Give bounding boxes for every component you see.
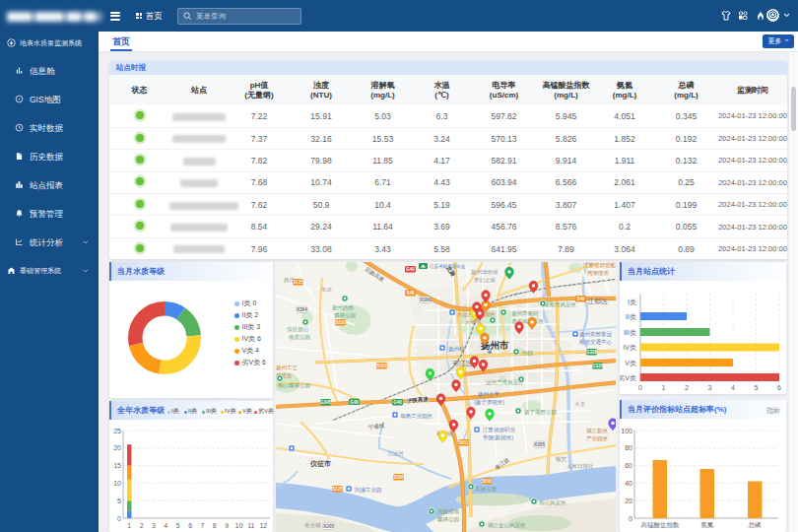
svg-text:江苏旅游职业: 江苏旅游职业 [483,427,516,433]
svg-text:12: 12 [259,522,267,529]
svg-text:世业镇: 世业镇 [304,522,321,528]
svg-text:4: 4 [164,522,167,529]
svg-text:高锰酸盐指数: 高锰酸盐指数 [641,521,681,529]
svg-text:梦幻之城: 梦幻之城 [474,277,497,284]
svg-text:II类: II类 [626,313,636,320]
svg-text:铜山森林公园: 铜山森林公园 [278,382,310,389]
svg-text:华腾工业园区: 华腾工业园区 [400,413,433,420]
svg-text:S353: S353 [376,364,387,368]
svg-text:学院(新校区): 学院(新校区) [483,434,513,441]
svg-text:25: 25 [113,428,121,434]
svg-text:60: 60 [625,462,632,469]
svg-text:X304: X304 [297,307,307,312]
svg-text:X205: X205 [534,442,545,447]
svg-text:扬州市蜀冈: 扬州市蜀冈 [511,310,539,317]
svg-text:氨氮: 氨氮 [701,521,715,528]
svg-text:扬州工艺: 扬州工艺 [276,365,299,371]
svg-text:X205: X205 [323,524,334,529]
svg-text:III类: III类 [624,329,636,336]
svg-text:0: 0 [629,515,632,522]
svg-text:G345: G345 [320,400,332,405]
svg-text:地质公园: 地质公园 [288,334,310,341]
svg-text:西庄: 西庄 [284,277,296,284]
svg-text:总磷: 总磷 [748,521,763,528]
svg-text:10: 10 [235,522,243,529]
svg-text:枢纽交通中心: 枢纽交通中心 [579,338,613,345]
svg-text:3: 3 [708,384,712,391]
svg-text:G40: G40 [350,400,359,405]
svg-text:S49: S49 [576,297,585,301]
svg-text:扬州华侨城: 扬州华侨城 [471,269,499,276]
svg-text:江苏省邵伯船: 江苏省邵伯船 [583,262,616,269]
svg-text:江都区: 江都区 [587,298,608,305]
svg-text:大才: 大才 [574,401,586,407]
svg-text:2: 2 [685,384,689,391]
svg-text:扬州站: 扬州站 [448,346,465,353]
svg-text:森林公园: 森林公园 [437,516,459,523]
svg-text:S611: S611 [458,440,469,445]
svg-text:S356: S356 [393,475,404,480]
svg-text:5: 5 [176,522,180,529]
svg-text:I类: I类 [628,299,636,305]
svg-text:顺安: 顺安 [556,456,567,462]
svg-text:人民日报社: 人民日报社 [566,463,594,470]
svg-text:11: 11 [247,522,254,529]
svg-text:8: 8 [213,522,217,529]
svg-text:镇江新区: 镇江新区 [586,428,609,434]
svg-text:100: 100 [621,428,632,434]
svg-text:焦山风景区: 焦山风景区 [539,499,566,505]
svg-text:瓜洲古渡: 瓜洲古渡 [475,486,498,493]
svg-text:G328: G328 [592,364,604,368]
svg-text:仪征市: 仪征市 [309,459,331,468]
svg-text:S48: S48 [406,291,415,296]
svg-text:G328: G328 [586,350,598,355]
svg-text:15: 15 [113,462,121,469]
svg-text:(扬子津校区): (扬子津校区) [474,399,504,406]
svg-text:4: 4 [731,384,735,391]
svg-text:10: 10 [113,480,121,487]
svg-text:20: 20 [625,498,632,504]
svg-text:80: 80 [625,444,632,451]
svg-text:朱庄: 朱庄 [321,287,333,293]
svg-text:40: 40 [625,480,632,487]
svg-text:扬州大学: 扬州大学 [478,391,500,398]
svg-text:1: 1 [662,384,666,391]
svg-text:7: 7 [200,522,204,529]
svg-text:6: 6 [188,522,192,529]
svg-text:0: 0 [117,515,121,522]
svg-text:森林公园: 森林公园 [334,312,356,319]
svg-text:S501: S501 [482,479,493,484]
svg-text:刘浦工业园: 刘浦工业园 [354,487,382,494]
svg-text:古运河: 古运河 [387,450,404,457]
svg-text:镇江金山风景区: 镇江金山风景区 [488,522,526,529]
svg-text:仪征捺山: 仪征捺山 [287,326,308,333]
svg-text:V类: V类 [625,360,636,366]
svg-text:润扬湿地: 润扬湿地 [437,508,460,515]
svg-text:0: 0 [638,384,642,391]
svg-text:G40: G40 [393,400,402,405]
svg-text:S125: S125 [332,487,343,492]
svg-text:IV类: IV类 [623,344,636,351]
svg-text:1: 1 [127,522,131,529]
svg-text:产业园区: 产业园区 [586,435,609,442]
svg-text:5: 5 [117,498,121,504]
svg-text:5: 5 [755,384,759,391]
svg-text:20: 20 [113,444,121,451]
svg-text:S333: S333 [335,320,346,325]
svg-text:G40: G40 [406,267,415,272]
svg-text:3: 3 [152,522,156,529]
svg-text:茱萸湾风景区: 茱萸湾风景区 [544,301,577,308]
svg-text:扬州东部客运: 扬州东部客运 [579,331,613,338]
svg-text:9: 9 [225,522,229,529]
svg-text:扬子颂野公园: 扬子颂野公园 [524,409,557,416]
svg-text:扬州西部: 扬州西部 [332,304,355,311]
svg-text:2: 2 [140,522,144,529]
svg-text:何园: 何园 [522,350,533,357]
svg-text:闸管理所: 闸管理所 [587,270,610,277]
svg-text:X306: X306 [420,298,431,302]
svg-text:劣V类: 劣V类 [620,374,636,382]
svg-text:6: 6 [777,384,781,391]
